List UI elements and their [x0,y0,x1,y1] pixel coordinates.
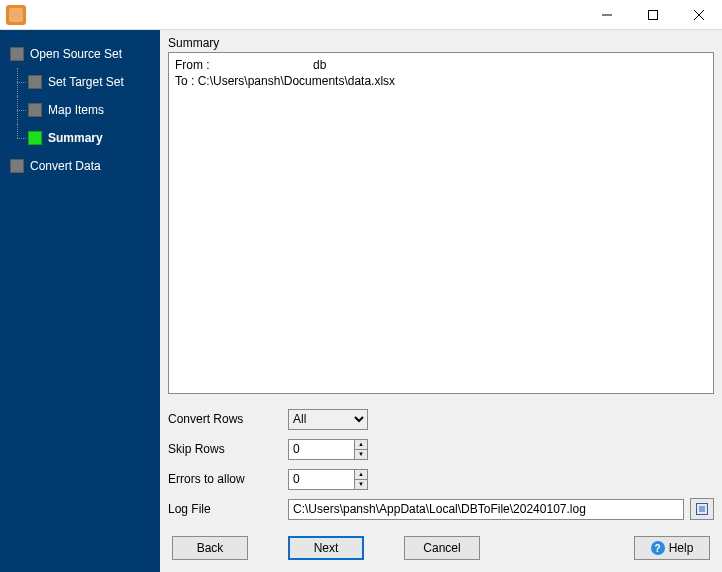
titlebar [0,0,722,30]
options-form: Convert Rows All Skip Rows ▲ ▼ Errors to… [160,400,722,526]
skip-rows-spinner[interactable]: ▲ ▼ [288,439,368,460]
step-box-icon [28,103,42,117]
summary-textarea[interactable]: From : db To : C:\Users\pansh\Documents\… [168,52,714,394]
errors-allow-label: Errors to allow [168,472,288,486]
convert-rows-select[interactable]: All [288,409,368,430]
spinner-down-icon[interactable]: ▼ [355,480,367,489]
main-panel: Summary From : db To : C:\Users\pansh\Do… [160,30,722,572]
sidebar-item-open-source-set[interactable]: Open Source Set [0,40,160,68]
convert-rows-label: Convert Rows [168,412,288,426]
step-box-icon [28,75,42,89]
close-button[interactable] [676,0,722,30]
spinner-up-icon[interactable]: ▲ [355,470,367,480]
app-icon [6,5,26,25]
sidebar-item-map-items[interactable]: Map Items [0,96,160,124]
errors-allow-input[interactable] [289,470,354,489]
help-button[interactable]: ? Help [634,536,710,560]
cancel-button[interactable]: Cancel [404,536,480,560]
help-button-label: Help [669,541,694,555]
sidebar-item-set-target-set[interactable]: Set Target Set [0,68,160,96]
back-button[interactable]: Back [172,536,248,560]
step-box-icon [28,131,42,145]
log-file-input[interactable] [288,499,684,520]
sidebar-item-label: Convert Data [30,159,101,173]
browse-icon [695,502,709,516]
svg-rect-1 [649,10,658,19]
sidebar-item-label: Open Source Set [30,47,122,61]
sidebar-item-convert-data[interactable]: Convert Data [0,152,160,180]
spinner-down-icon[interactable]: ▼ [355,450,367,459]
step-box-icon [10,159,24,173]
errors-allow-spinner[interactable]: ▲ ▼ [288,469,368,490]
log-file-label: Log File [168,502,288,516]
sidebar-item-label: Summary [48,131,103,145]
wizard-sidebar: Open Source Set Set Target Set Map Items… [0,30,160,572]
skip-rows-label: Skip Rows [168,442,288,456]
log-file-browse-button[interactable] [690,498,714,520]
minimize-button[interactable] [584,0,630,30]
sidebar-item-label: Set Target Set [48,75,124,89]
next-button[interactable]: Next [288,536,364,560]
summary-group-label: Summary [160,30,722,52]
help-icon: ? [651,541,665,555]
wizard-button-bar: Back Next Cancel ? Help [160,526,722,572]
spinner-up-icon[interactable]: ▲ [355,440,367,450]
step-box-icon [10,47,24,61]
skip-rows-input[interactable] [289,440,354,459]
sidebar-item-summary[interactable]: Summary [0,124,160,152]
maximize-button[interactable] [630,0,676,30]
sidebar-item-label: Map Items [48,103,104,117]
